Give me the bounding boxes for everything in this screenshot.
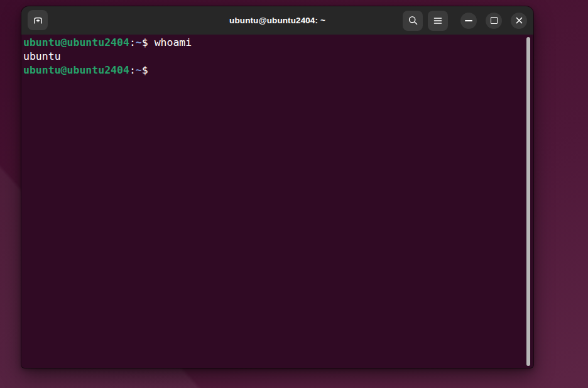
output-line: ubuntu [23, 50, 526, 64]
prompt-path: ~ [136, 36, 142, 48]
titlebar-controls [403, 6, 527, 35]
prompt-path: ~ [136, 64, 142, 76]
search-button[interactable] [403, 11, 423, 31]
desktop-wallpaper: { "window": { "title": "ubuntu@ubuntu240… [0, 0, 588, 388]
prompt-colon: : [129, 36, 136, 48]
terminal-screen[interactable]: ubuntu@ubuntu2404:~$ whoami ubuntu ubunt… [21, 35, 533, 368]
close-icon [515, 16, 523, 25]
command-text: whoami [148, 36, 192, 48]
prompt-dollar: $ [142, 36, 148, 48]
terminal-window: ubuntu@ubuntu2404: ~ [21, 6, 533, 368]
prompt-dollar: $ [142, 64, 148, 76]
minimize-icon [465, 20, 472, 21]
menu-button[interactable] [428, 11, 448, 31]
maximize-icon [491, 17, 498, 24]
magnifier-icon [408, 15, 418, 26]
scrollbar[interactable] [525, 36, 531, 367]
scrollbar-thumb[interactable] [526, 37, 530, 366]
hamburger-menu-icon [433, 16, 443, 25]
output-text: ubuntu [23, 50, 61, 62]
tab-new-icon [33, 15, 43, 26]
prompt-colon: : [129, 64, 136, 76]
prompt-line: ubuntu@ubuntu2404:~$ whoami [23, 36, 526, 50]
new-tab-button[interactable] [28, 10, 48, 30]
prompt-user-host: ubuntu@ubuntu2404 [23, 64, 129, 76]
prompt-line: ubuntu@ubuntu2404:~$ [23, 64, 526, 77]
close-button[interactable] [511, 13, 527, 29]
titlebar[interactable]: ubuntu@ubuntu2404: ~ [21, 6, 533, 35]
prompt-user-host: ubuntu@ubuntu2404 [23, 36, 129, 48]
minimize-button[interactable] [460, 13, 477, 29]
maximize-button[interactable] [486, 13, 502, 29]
